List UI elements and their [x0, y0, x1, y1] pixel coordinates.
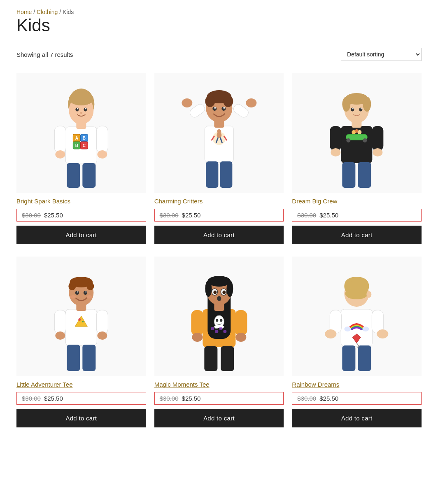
svg-rect-7	[82, 163, 96, 188]
svg-point-13	[77, 108, 78, 110]
svg-point-110	[220, 319, 222, 322]
product-name-bright-spark-basics[interactable]: Bright Spark Basics	[16, 198, 70, 205]
svg-point-57	[342, 97, 351, 112]
svg-point-28	[246, 98, 256, 107]
svg-point-5	[97, 150, 107, 159]
sort-select[interactable]: Default sortingSort by popularitySort by…	[341, 48, 422, 61]
breadcrumb-home[interactable]: Home	[16, 9, 32, 15]
add-to-cart-btn-rainbow-dreams[interactable]: Add to cart	[292, 409, 422, 427]
svg-rect-75	[82, 345, 96, 371]
breadcrumb-clothing[interactable]: Clothing	[37, 9, 58, 15]
product-image-magic-moments-tee[interactable]	[154, 257, 284, 376]
svg-point-12	[84, 108, 87, 112]
svg-point-111	[211, 327, 214, 330]
svg-rect-91	[191, 310, 203, 336]
svg-point-11	[75, 108, 79, 112]
product-card-little-adventurer-tee: Little Adventurer Tee$30.00$25.50Add to …	[16, 257, 146, 427]
svg-rect-29	[206, 161, 218, 188]
svg-point-114	[223, 330, 226, 333]
svg-text:C: C	[83, 143, 86, 148]
add-to-cart-btn-little-adventurer-tee[interactable]: Add to cart	[16, 409, 146, 427]
add-to-cart-btn-charming-critters[interactable]: Add to cart	[154, 226, 284, 244]
svg-point-129	[363, 327, 369, 331]
product-name-dream-big-crew[interactable]: Dream Big Crew	[292, 198, 337, 205]
product-image-charming-critters[interactable]	[154, 73, 284, 193]
page-title: Kids	[16, 16, 422, 35]
svg-point-89	[82, 321, 84, 322]
price-box-rainbow-dreams: $30.00$25.50	[292, 392, 422, 405]
product-image-bright-spark-basics[interactable]: A B B C	[16, 73, 146, 193]
price-box-magic-moments-tee: $30.00$25.50	[154, 392, 284, 405]
product-name-charming-critters[interactable]: Charming Critters	[154, 198, 203, 205]
price-box-charming-critters: $30.00$25.50	[154, 209, 284, 222]
product-name-rainbow-dreams[interactable]: Rainbow Dreams	[292, 381, 339, 388]
svg-point-50	[331, 148, 341, 156]
svg-point-113	[219, 327, 222, 330]
svg-rect-6	[67, 163, 80, 188]
product-image-little-adventurer-tee[interactable]	[16, 257, 146, 376]
svg-rect-121	[358, 345, 371, 371]
svg-point-81	[75, 291, 79, 295]
svg-point-62	[361, 108, 362, 110]
svg-point-80	[86, 282, 94, 290]
svg-point-127	[367, 291, 372, 298]
add-to-cart-btn-magic-moments-tee[interactable]: Add to cart	[154, 409, 284, 427]
price-old-dream-big-crew: $30.00	[297, 212, 316, 219]
svg-point-39	[223, 107, 225, 109]
add-to-cart-btn-bright-spark-basics[interactable]: Add to cart	[16, 226, 146, 244]
svg-rect-92	[235, 310, 247, 336]
add-to-cart-btn-dream-big-crew[interactable]: Add to cart	[292, 226, 422, 244]
price-old-bright-spark-basics: $30.00	[22, 212, 41, 219]
svg-point-15	[80, 112, 82, 114]
svg-point-101	[205, 280, 212, 297]
svg-point-85	[70, 295, 76, 299]
svg-rect-3	[96, 126, 108, 153]
svg-point-68	[355, 129, 359, 133]
product-card-dream-big-crew: Dream Big Crew$30.00$25.50Add to cart	[292, 73, 422, 244]
svg-rect-30	[220, 161, 232, 188]
product-card-charming-critters: Charming Critters$30.00$25.50Add to cart	[154, 73, 284, 244]
svg-point-60	[359, 108, 363, 112]
svg-rect-70	[54, 310, 66, 334]
svg-rect-71	[96, 310, 108, 334]
svg-point-102	[226, 280, 233, 297]
svg-point-128	[345, 327, 351, 331]
price-new-dream-big-crew: $25.50	[319, 212, 338, 219]
svg-point-42	[217, 129, 221, 133]
svg-point-126	[345, 288, 368, 299]
svg-point-119	[377, 329, 389, 338]
svg-rect-69	[65, 309, 97, 345]
price-old-magic-moments-tee: $30.00	[160, 395, 179, 402]
svg-rect-48	[330, 126, 342, 151]
svg-point-118	[325, 329, 337, 338]
svg-point-61	[352, 108, 354, 110]
svg-point-79	[68, 282, 76, 290]
svg-point-58	[363, 97, 371, 112]
svg-text:A: A	[75, 136, 78, 140]
product-name-little-adventurer-tee[interactable]: Little Adventurer Tee	[16, 381, 72, 388]
svg-point-38	[214, 107, 216, 109]
svg-point-73	[97, 331, 107, 340]
svg-point-83	[77, 292, 78, 293]
products-grid: A B B C Bright Spark Basics$30.00$25.50A…	[16, 73, 422, 427]
svg-point-59	[351, 108, 354, 112]
svg-point-4	[55, 150, 65, 159]
svg-point-112	[215, 330, 218, 333]
svg-point-105	[213, 291, 217, 294]
svg-rect-96	[221, 346, 234, 371]
price-new-little-adventurer-tee: $25.50	[44, 395, 63, 402]
product-image-dream-big-crew[interactable]	[292, 73, 422, 193]
svg-text:B: B	[75, 143, 78, 148]
svg-point-84	[85, 292, 86, 293]
svg-point-34	[205, 96, 215, 107]
svg-point-94	[235, 333, 246, 342]
product-image-rainbow-dreams[interactable]	[292, 257, 422, 376]
svg-point-82	[84, 291, 87, 295]
price-old-charming-critters: $30.00	[160, 212, 179, 219]
price-new-bright-spark-basics: $25.50	[44, 212, 63, 219]
product-name-magic-moments-tee[interactable]: Magic Moments Tee	[154, 381, 210, 388]
product-card-magic-moments-tee: Magic Moments Tee$30.00$25.50Add to cart	[154, 257, 284, 427]
svg-rect-74	[67, 345, 80, 371]
svg-point-35	[223, 96, 233, 107]
svg-rect-95	[204, 346, 217, 371]
